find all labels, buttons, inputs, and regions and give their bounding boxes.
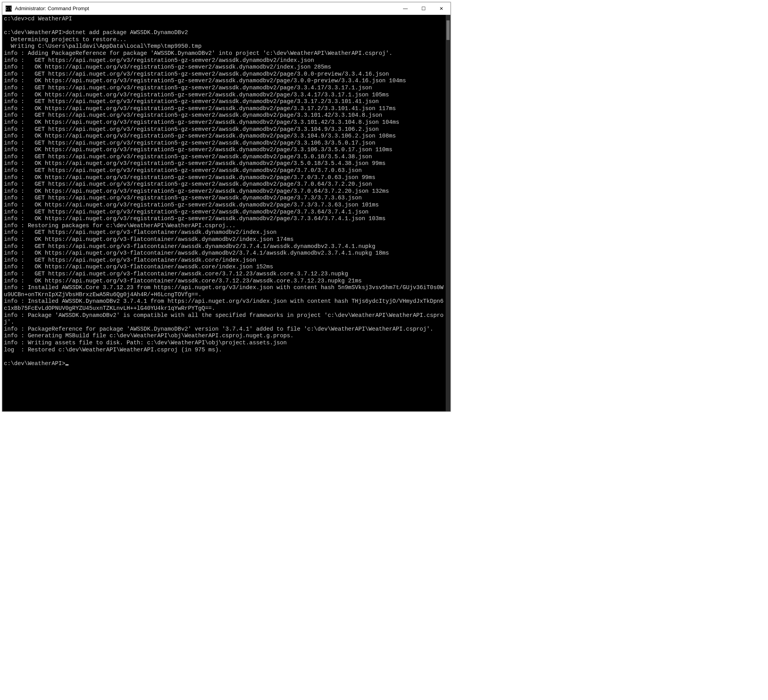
maximize-button[interactable]: ☐ (414, 2, 432, 15)
client-area: c:\dev>cd WeatherAPI c:\dev\WeatherAPI>d… (2, 15, 450, 411)
minimize-button[interactable]: — (396, 2, 414, 15)
scrollbar-thumb[interactable] (446, 20, 450, 40)
cursor (65, 364, 69, 365)
terminal-output[interactable]: c:\dev>cd WeatherAPI c:\dev\WeatherAPI>d… (2, 15, 446, 411)
window-title: Administrator: Command Prompt (15, 5, 89, 11)
cmd-icon: C:\ (5, 5, 12, 12)
command-prompt-window: C:\ Administrator: Command Prompt — ☐ ✕ … (2, 2, 451, 412)
close-button[interactable]: ✕ (432, 2, 450, 15)
titlebar[interactable]: C:\ Administrator: Command Prompt — ☐ ✕ (2, 2, 450, 15)
vertical-scrollbar[interactable] (446, 15, 450, 411)
